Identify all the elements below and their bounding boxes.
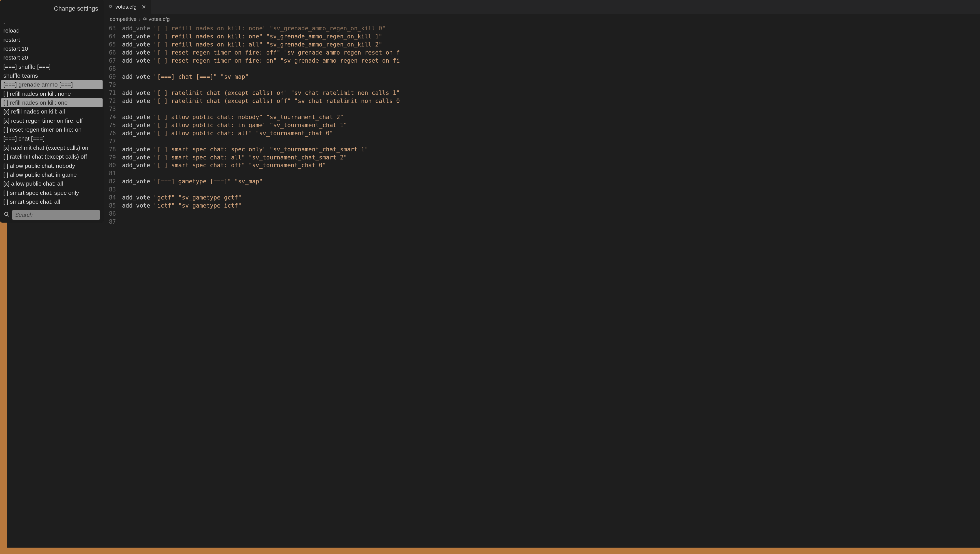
breadcrumb-file[interactable]: votes.cfg bbox=[148, 16, 170, 22]
line-content: add_vote "[ ] allow public chat: nobody"… bbox=[122, 113, 344, 121]
code-line[interactable]: 84add_vote "gctf" "sv_gametype gctf" bbox=[104, 194, 980, 202]
code-line[interactable]: 82add_vote "[===] gametype [===]" "sv_ma… bbox=[104, 177, 980, 185]
line-number: 79 bbox=[104, 153, 122, 162]
code-line[interactable]: 72add_vote "[ ] ratelimit chat (except c… bbox=[104, 97, 980, 105]
line-number: 73 bbox=[104, 105, 122, 113]
settings-item[interactable]: [x] reset regen timer on fire: off bbox=[1, 116, 103, 125]
code-line[interactable]: 74add_vote "[ ] allow public chat: nobod… bbox=[104, 113, 980, 121]
settings-item[interactable]: [ ] allow public chat: nobody bbox=[1, 161, 103, 170]
line-content: add_vote "[ ] refill nades on kill: one"… bbox=[122, 33, 382, 41]
line-number: 76 bbox=[104, 129, 122, 137]
line-number: 72 bbox=[104, 97, 122, 105]
code-line[interactable]: 65add_vote "[ ] refill nades on kill: al… bbox=[104, 41, 980, 49]
chevron-right-icon: › bbox=[139, 16, 140, 22]
code-line[interactable]: 66add_vote "[ ] reset regen timer on fir… bbox=[104, 49, 980, 57]
gear-icon bbox=[108, 4, 113, 10]
code-line[interactable]: 76add_vote "[ ] allow public chat: all" … bbox=[104, 129, 980, 137]
settings-panel: Change settings .reloadrestartrestart 10… bbox=[0, 0, 104, 223]
code-line[interactable]: 79add_vote "[ ] smart spec chat: all" "s… bbox=[104, 153, 980, 162]
code-line[interactable]: 71add_vote "[ ] ratelimit chat (except c… bbox=[104, 89, 980, 97]
code-line[interactable]: 73 bbox=[104, 105, 980, 113]
settings-item[interactable]: [===] chat [===] bbox=[1, 134, 103, 143]
settings-item[interactable]: [ ] allow public chat: in game bbox=[1, 170, 103, 179]
settings-item[interactable]: [x] allow public chat: all bbox=[1, 179, 103, 188]
settings-item[interactable]: shuffle teams bbox=[1, 71, 103, 80]
line-number: 85 bbox=[104, 202, 122, 210]
editor: votes.cfg ✕ competitive › votes.cfg 63ad… bbox=[104, 0, 980, 554]
settings-item[interactable]: [===] shuffle [===] bbox=[1, 62, 103, 71]
code-line[interactable]: 81 bbox=[104, 169, 980, 177]
code-line[interactable]: 78add_vote "[ ] smart spec chat: spec on… bbox=[104, 145, 980, 153]
line-content: add_vote "[ ] reset regen timer on fire:… bbox=[122, 57, 400, 65]
settings-item[interactable]: [x] refill nades on kill: all bbox=[1, 107, 103, 116]
line-content: add_vote "[ ] smart spec chat: spec only… bbox=[122, 145, 368, 153]
settings-item[interactable]: reload bbox=[1, 26, 103, 35]
code-line[interactable]: 86 bbox=[104, 210, 980, 218]
code-line[interactable]: 64add_vote "[ ] refill nades on kill: on… bbox=[104, 33, 980, 41]
search-icon bbox=[4, 211, 10, 219]
breadcrumb[interactable]: competitive › votes.cfg bbox=[104, 14, 980, 24]
line-number: 71 bbox=[104, 89, 122, 97]
code-line[interactable]: 70 bbox=[104, 81, 980, 89]
line-content: add_vote "[ ] ratelimit chat (except cal… bbox=[122, 97, 400, 105]
code-line[interactable]: 85add_vote "ictf" "sv_gametype ictf" bbox=[104, 202, 980, 210]
settings-item[interactable]: [ ] refill nades on kill: none bbox=[1, 89, 103, 98]
breadcrumb-folder[interactable]: competitive bbox=[110, 16, 137, 22]
code-line[interactable]: 75add_vote "[ ] allow public chat: in ga… bbox=[104, 121, 980, 129]
line-content: add_vote "[ ] allow public chat: in game… bbox=[122, 121, 347, 129]
settings-item[interactable]: [x] ratelimit chat (except calls) on bbox=[1, 143, 103, 152]
line-content: add_vote "gctf" "sv_gametype gctf" bbox=[122, 194, 242, 202]
tab-bar: votes.cfg ✕ bbox=[104, 0, 980, 14]
settings-item[interactable]: [ ] refill nades on kill: one bbox=[1, 98, 103, 107]
game-bottom-stripe bbox=[0, 548, 980, 554]
code-line[interactable]: 83 bbox=[104, 185, 980, 194]
line-content: add_vote "[ ] smart spec chat: all" "sv_… bbox=[122, 153, 347, 162]
code-line[interactable]: 80add_vote "[ ] smart spec chat: off" "s… bbox=[104, 161, 980, 169]
settings-item[interactable]: [ ] reset regen timer on fire: on bbox=[1, 125, 103, 134]
code-area[interactable]: 63add_vote "[ ] refill nades on kill: no… bbox=[104, 24, 980, 554]
line-number: 69 bbox=[104, 73, 122, 81]
code-line[interactable]: 63add_vote "[ ] refill nades on kill: no… bbox=[104, 24, 980, 33]
settings-item[interactable]: [ ] ratelimit chat (except calls) off bbox=[1, 152, 103, 161]
svg-point-0 bbox=[5, 212, 8, 216]
settings-item[interactable]: [ ] smart spec chat: all bbox=[1, 197, 103, 206]
line-content: add_vote "[ ] smart spec chat: off" "sv_… bbox=[122, 161, 326, 169]
code-line[interactable]: 77 bbox=[104, 137, 980, 145]
close-icon[interactable]: ✕ bbox=[142, 4, 146, 10]
svg-line-1 bbox=[8, 215, 9, 217]
line-content: add_vote "ictf" "sv_gametype ictf" bbox=[122, 202, 242, 210]
code-line[interactable]: 69add_vote "[===] chat [===]" "sv_map" bbox=[104, 73, 980, 81]
settings-item[interactable]: [ ] smart spec chat: spec only bbox=[1, 188, 103, 197]
search-bar bbox=[0, 208, 104, 223]
line-number: 68 bbox=[104, 65, 122, 73]
settings-item[interactable]: [===] grenade ammo [===] bbox=[1, 80, 103, 89]
line-number: 74 bbox=[104, 113, 122, 121]
settings-list[interactable]: .reloadrestartrestart 10restart 20[===] … bbox=[0, 17, 104, 208]
code-line[interactable]: 87 bbox=[104, 218, 980, 226]
line-content: add_vote "[ ] refill nades on kill: all"… bbox=[122, 41, 382, 49]
search-input[interactable] bbox=[12, 210, 100, 220]
settings-item[interactable]: . bbox=[1, 17, 103, 26]
line-number: 78 bbox=[104, 145, 122, 153]
line-content: add_vote "[ ] ratelimit chat (except cal… bbox=[122, 89, 400, 97]
panel-title: Change settings bbox=[0, 0, 104, 17]
line-number: 80 bbox=[104, 161, 122, 169]
settings-item[interactable]: restart 20 bbox=[1, 53, 103, 62]
line-number: 67 bbox=[104, 57, 122, 65]
line-number: 83 bbox=[104, 185, 122, 194]
line-content: add_vote "[===] chat [===]" "sv_map" bbox=[122, 73, 248, 81]
line-number: 87 bbox=[104, 218, 122, 226]
tab-votes[interactable]: votes.cfg ✕ bbox=[104, 0, 151, 14]
line-content: add_vote "[ ] reset regen timer on fire:… bbox=[122, 49, 400, 57]
line-number: 65 bbox=[104, 41, 122, 49]
line-number: 81 bbox=[104, 169, 122, 177]
code-line[interactable]: 68 bbox=[104, 65, 980, 73]
code-line[interactable]: 67add_vote "[ ] reset regen timer on fir… bbox=[104, 57, 980, 65]
settings-item[interactable]: restart 10 bbox=[1, 44, 103, 53]
settings-item[interactable]: restart bbox=[1, 35, 103, 44]
line-number: 86 bbox=[104, 210, 122, 218]
gear-icon bbox=[143, 16, 147, 22]
line-number: 63 bbox=[104, 24, 122, 33]
line-number: 64 bbox=[104, 33, 122, 41]
line-number: 66 bbox=[104, 49, 122, 57]
